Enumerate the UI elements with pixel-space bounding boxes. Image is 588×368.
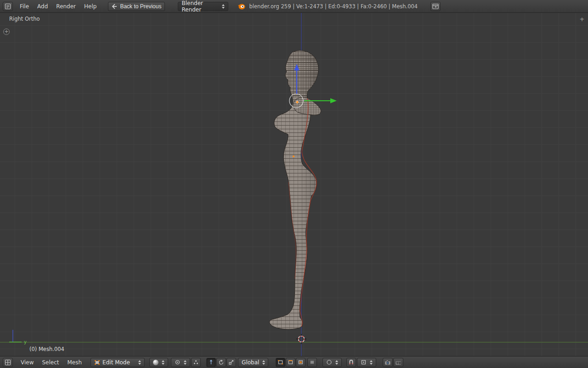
- manipulator-y-arrowhead[interactable]: [330, 98, 337, 104]
- camera-icon: [384, 360, 391, 365]
- viewport-shading-dropdown[interactable]: [149, 358, 168, 367]
- shading-sphere-icon: [153, 360, 158, 365]
- mode-dropdown-arrows-icon: [138, 360, 141, 365]
- select-mode-group: [276, 358, 317, 367]
- manipulator-scale-button[interactable]: [226, 358, 236, 367]
- screen-layout-button[interactable]: [430, 2, 441, 11]
- dropdown-arrows-icon: [222, 4, 225, 9]
- properties-expand-icon[interactable]: +: [579, 16, 585, 23]
- info-editor-type-button[interactable]: [3, 2, 13, 11]
- snap-element-dropdown[interactable]: [357, 358, 376, 367]
- mode-dropdown-value: Edit Mode: [102, 359, 130, 366]
- screen-layout-icon: [432, 4, 439, 9]
- blender-window: File Add Render Help Back to Previous Bl…: [0, 0, 588, 368]
- menu-add[interactable]: Add: [33, 3, 52, 10]
- edge-select-icon: [288, 359, 294, 365]
- manipulator-buttons-group: [206, 358, 236, 367]
- occlude-geometry-icon: [309, 359, 315, 365]
- menu-view[interactable]: View: [17, 359, 38, 366]
- transform-orientation-dropdown[interactable]: Global: [238, 358, 268, 367]
- status-text: blender.org 259 | Ve:1-2473 | Ed:0-4933 …: [249, 3, 418, 10]
- face-select-icon: [298, 359, 304, 365]
- snap-element-icon: [361, 359, 367, 365]
- back-to-previous-button[interactable]: Back to Previous: [108, 2, 165, 11]
- pivot-point-icon: [175, 359, 181, 365]
- blender-logo-icon: [237, 3, 245, 10]
- back-arrow-icon: [112, 4, 118, 9]
- render-engine-dropdown[interactable]: Blender Render: [178, 2, 228, 11]
- top-menu-bar: File Add Render Help: [16, 3, 101, 10]
- orientation-value: Global: [242, 359, 259, 366]
- snap-toggle-button[interactable]: [346, 358, 356, 367]
- opengl-render-group: [383, 358, 403, 367]
- pivot-arrows-icon: [184, 360, 187, 365]
- menu-help[interactable]: Help: [80, 3, 101, 10]
- object-info-label: (0) Mesh.004: [29, 346, 64, 352]
- axis-gizmo-y-label: y: [24, 339, 27, 345]
- top-header: File Add Render Help Back to Previous Bl…: [0, 0, 588, 13]
- edge-select-button[interactable]: [286, 358, 295, 367]
- orientation-arrows-icon: [262, 360, 265, 365]
- snap-arrows-icon: [370, 360, 373, 365]
- back-button-label: Back to Previous: [120, 3, 161, 10]
- object-origin-dot: [296, 101, 298, 103]
- shading-arrows-icon: [162, 360, 164, 365]
- axis-mini-gizmo: y: [9, 330, 27, 345]
- rotate-icon: [218, 359, 224, 365]
- proportional-edit-icon: [326, 359, 332, 365]
- median-point-dot: [293, 155, 294, 157]
- center-points-icon: [193, 359, 199, 365]
- menu-mesh[interactable]: Mesh: [63, 359, 86, 366]
- scale-icon: [228, 359, 234, 365]
- opengl-render-anim-button[interactable]: [393, 358, 403, 367]
- translate-icon: [208, 359, 214, 365]
- view-name-label: Right Ortho: [9, 16, 40, 22]
- viewport-editor-type-button[interactable]: [3, 358, 13, 367]
- edit-mode-icon: [94, 359, 100, 365]
- pivot-point-dropdown[interactable]: [171, 358, 190, 367]
- face-select-button[interactable]: [296, 358, 305, 367]
- menu-file[interactable]: File: [16, 3, 33, 10]
- vertex-select-icon: [277, 359, 283, 365]
- viewport-editor-icon: [5, 359, 11, 366]
- manipulate-center-points-toggle[interactable]: [191, 358, 201, 367]
- opengl-render-still-button[interactable]: [383, 358, 393, 367]
- vertex-select-button[interactable]: [276, 358, 285, 367]
- proportional-edit-dropdown[interactable]: [322, 358, 342, 367]
- info-editor-icon: [5, 3, 11, 10]
- manipulator-translate-button[interactable]: [206, 358, 216, 367]
- viewport-3d[interactable]: y Right Ortho + + (0) Mesh.004: [0, 13, 588, 356]
- scene-canvas: y: [0, 13, 588, 356]
- bottom-header: View Select Mesh Edit Mode: [0, 356, 588, 368]
- mesh-object[interactable]: [264, 46, 326, 334]
- render-engine-value: Blender Render: [181, 0, 219, 13]
- film-camera-icon: [395, 360, 401, 365]
- proportional-arrows-icon: [335, 360, 338, 365]
- limit-to-visible-button[interactable]: [307, 358, 317, 367]
- menu-select[interactable]: Select: [38, 359, 63, 366]
- magnet-icon: [348, 359, 354, 365]
- mode-dropdown[interactable]: Edit Mode: [90, 358, 145, 367]
- menu-render[interactable]: Render: [52, 3, 80, 10]
- manipulator-rotate-button[interactable]: [216, 358, 226, 367]
- toolshelf-expand-icon[interactable]: +: [3, 29, 10, 35]
